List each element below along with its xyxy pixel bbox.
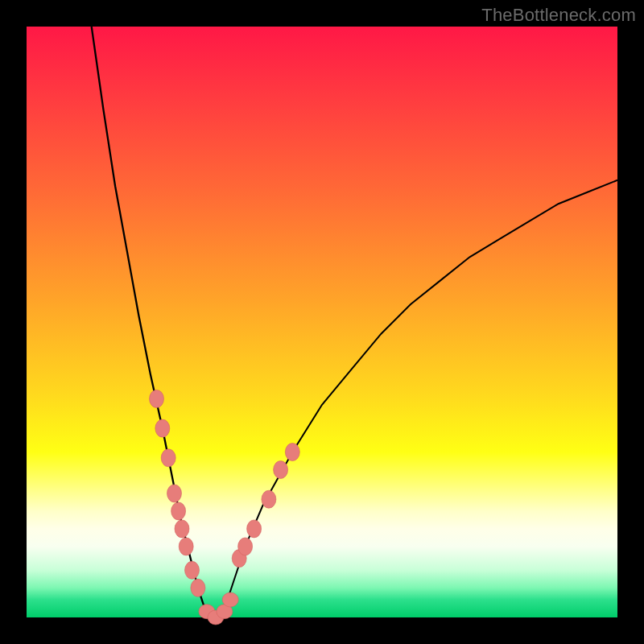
chart-frame: TheBottleneck.com xyxy=(0,0,644,644)
data-marker xyxy=(171,502,186,520)
data-marker xyxy=(285,444,299,461)
data-marker xyxy=(155,419,170,437)
markers-group xyxy=(150,390,300,625)
data-marker xyxy=(150,390,164,407)
data-marker xyxy=(191,579,205,597)
data-marker xyxy=(238,538,253,555)
watermark-text: TheBottleneck.com xyxy=(481,5,636,26)
chart-plot-area xyxy=(27,27,617,617)
data-marker xyxy=(247,520,262,538)
data-marker xyxy=(185,561,200,579)
curve-group xyxy=(92,27,617,617)
chart-svg xyxy=(27,27,617,617)
data-marker xyxy=(167,485,182,502)
data-marker xyxy=(274,461,288,479)
data-marker xyxy=(222,592,238,607)
curve-right xyxy=(210,180,618,617)
data-marker xyxy=(175,520,189,538)
data-marker xyxy=(161,449,175,467)
data-marker xyxy=(262,490,276,508)
data-marker xyxy=(179,538,193,555)
curve-left xyxy=(92,27,210,617)
